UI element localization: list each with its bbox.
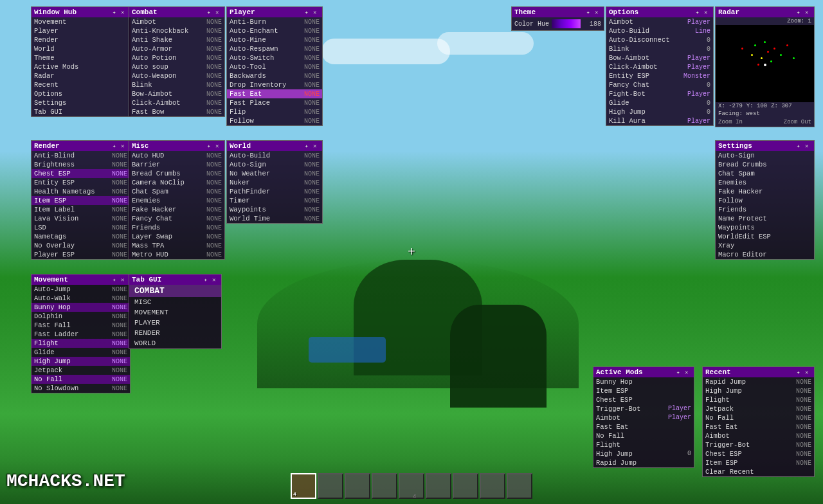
wh-item-options[interactable]: Options [32,89,130,98]
wh-item-world[interactable]: World [32,44,130,53]
combat-auto-weapon[interactable]: Auto-WeaponNONE [129,71,224,80]
settings-enemies[interactable]: Enemies [716,178,814,187]
recent-high-jump[interactable]: High JumpNONE [703,386,814,395]
render-health-nametags[interactable]: Health NametagsNONE [32,187,130,196]
misc-camera-noclip[interactable]: Camera NoClipNONE [129,178,224,187]
render-anti-blind[interactable]: Anti-BlindNONE [32,151,130,160]
pin-icon[interactable]: ✦ [696,9,702,15]
tabgui-combat[interactable]: COMBAT [129,285,221,297]
close-icon[interactable]: ✕ [212,276,219,283]
options-click-aimbot[interactable]: Click-AimbotPlayer [606,62,713,71]
active-mod-no-fall[interactable]: No Fall [593,431,694,440]
hotbar-slot-7[interactable] [453,473,478,499]
options-aimbot[interactable]: AimbotPlayer [606,17,713,26]
misc-enemies[interactable]: EnemiesNONE [129,196,224,205]
options-blink[interactable]: Blink0 [606,44,713,53]
wh-item-movement[interactable]: Movement [32,17,130,26]
hotbar-slot-9[interactable] [507,473,532,499]
hotbar-slot-3[interactable] [345,473,370,499]
close-icon[interactable]: ✕ [313,9,320,15]
tabgui-world[interactable]: WORLD [129,338,221,348]
player-follow[interactable]: FollowNONE [227,116,322,125]
close-icon[interactable]: ✕ [685,369,691,375]
misc-metro-hud[interactable]: Metro HUDNONE [129,250,224,259]
active-mod-fast-eat[interactable]: Fast Eat [593,422,694,431]
options-auto-build[interactable]: Auto-BuildLine [606,26,713,35]
misc-bread-crumbs[interactable]: Bread CrumbsNONE [129,169,224,178]
active-mod-chest-esp[interactable]: Chest ESP [593,395,694,404]
settings-macro-editor[interactable]: Macro Editor [716,250,814,259]
wh-item-player[interactable]: Player [32,26,130,35]
hotbar-slot-2[interactable] [318,473,343,499]
options-entity-esp[interactable]: Entity ESPMonster [606,71,713,80]
pin-icon[interactable]: ✦ [797,9,803,15]
close-icon[interactable]: ✕ [313,143,320,149]
settings-follow[interactable]: Follow [716,196,814,205]
close-icon[interactable]: ✕ [805,369,811,375]
world-world-time[interactable]: World TimeNONE [227,214,322,223]
recent-trigger-bot[interactable]: Trigger-BotNONE [703,440,814,449]
settings-xray[interactable]: Xray [716,241,814,250]
settings-worldedit-esp[interactable]: WorldEdit ESP [716,232,814,241]
settings-waypoints[interactable]: Waypoints [716,223,814,232]
recent-fast-eat[interactable]: Fast EatNONE [703,422,814,431]
world-auto-sign[interactable]: Auto-SignNONE [227,160,322,169]
movement-jetpack[interactable]: JetpackNONE [32,366,130,375]
player-auto-enchant[interactable]: Auto-EnchantNONE [227,26,322,35]
render-brightness[interactable]: BrightnessNONE [32,160,130,169]
movement-no-slowdown[interactable]: No SlowdownNONE [32,384,130,393]
combat-fast-bow[interactable]: Fast BowNONE [129,107,224,116]
player-backwards[interactable]: BackwardsNONE [227,71,322,80]
render-chest-esp[interactable]: Chest ESPNONE [32,169,130,178]
render-item-label[interactable]: Item LabelNONE [32,205,130,214]
options-fight-bot[interactable]: Fight-BotPlayer [606,89,713,98]
close-icon[interactable]: ✕ [121,9,127,15]
wh-item-theme[interactable]: Theme [32,53,130,62]
options-bow-aimbot[interactable]: Bow-AimbotPlayer [606,53,713,62]
misc-chat-spam[interactable]: Chat SpamNONE [129,187,224,196]
close-icon[interactable]: ✕ [805,9,811,15]
close-icon[interactable]: ✕ [121,276,127,283]
combat-blink[interactable]: BlinkNONE [129,80,224,89]
combat-bow-aimbot[interactable]: Bow-AimbotNONE [129,89,224,98]
wh-item-radar[interactable]: Radar [32,71,130,80]
pin-icon[interactable]: ✦ [305,9,311,15]
active-mod-aimbot[interactable]: AimbotPlayer [593,413,694,422]
tabgui-render[interactable]: RENDER [129,328,221,338]
movement-glide[interactable]: GlideNONE [32,348,130,357]
misc-fake-hacker[interactable]: Fake HackerNONE [129,205,224,214]
active-mod-bunny-hop[interactable]: Bunny Hop [593,377,694,386]
combat-auto-armor[interactable]: Auto-ArmorNONE [129,44,224,53]
close-icon[interactable]: ✕ [805,143,811,149]
zoom-in-button[interactable]: Zoom In [718,119,743,125]
options-high-jump[interactable]: High Jump0 [606,107,713,116]
active-mod-high-jump[interactable]: High Jump0 [593,449,694,458]
tabgui-misc[interactable]: MISC [129,297,221,307]
player-fast-place[interactable]: Fast PlaceNONE [227,98,322,107]
options-glide[interactable]: Glide0 [606,98,713,107]
hotbar-slot-8[interactable] [480,473,505,499]
render-no-overlay[interactable]: No OverlayNONE [32,241,130,250]
player-flip[interactable]: FlipNONE [227,107,322,116]
close-icon[interactable]: ✕ [121,143,127,149]
movement-fast-ladder[interactable]: Fast LadderNONE [32,330,130,339]
movement-flight[interactable]: FlightNONE [32,339,130,348]
render-lava-vision[interactable]: Lava VisionNONE [32,214,130,223]
wh-item-active-mods[interactable]: Active Mods [32,62,130,71]
render-entity-esp[interactable]: Entity ESPNONE [32,178,130,187]
movement-auto-jump[interactable]: Auto-JumpNONE [32,285,130,294]
active-mod-trigger-bot[interactable]: Trigger-BotPlayer [593,404,694,413]
hotbar-slot-1[interactable]: 4 [291,473,316,499]
combat-anti-shake[interactable]: Anti ShakeNONE [129,35,224,44]
active-mod-rapid-jump[interactable]: Rapid Jump [593,458,694,467]
recent-clear[interactable]: Clear Recent [703,467,814,476]
world-no-weather[interactable]: No WeatherNONE [227,169,322,178]
pin-icon[interactable]: ✦ [113,276,119,283]
pin-icon[interactable]: ✦ [305,143,311,149]
options-fancy-chat[interactable]: Fancy Chat0 [606,80,713,89]
pin-icon[interactable]: ✦ [797,143,803,149]
misc-friends[interactable]: FriendsNONE [129,223,224,232]
world-waypoints[interactable]: WaypointsNONE [227,205,322,214]
movement-no-fall[interactable]: No FallNONE [32,375,130,384]
wh-item-recent[interactable]: Recent [32,80,130,89]
